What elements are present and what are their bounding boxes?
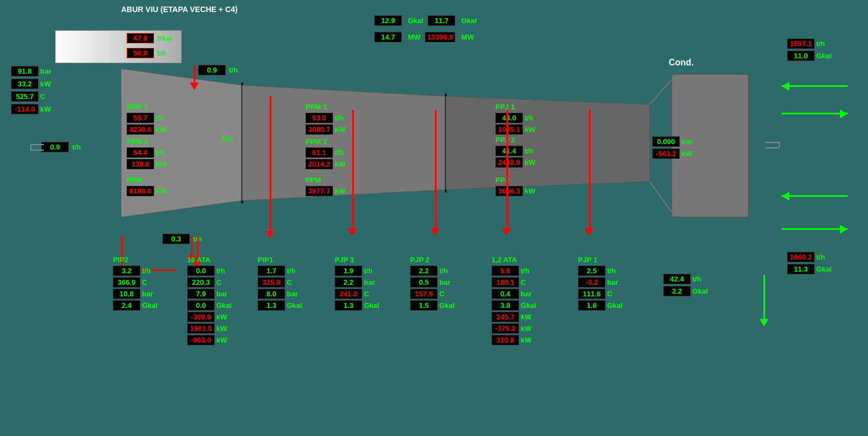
pip1-v1: 1.7 xyxy=(258,266,285,276)
svg-line-6 xyxy=(649,80,672,104)
pip2-v2: 366.9 xyxy=(113,277,140,288)
pjp1-v3: 111.6 xyxy=(578,289,605,299)
pip2-v1: 3.2 xyxy=(113,266,140,276)
ppj: PPJ 3656.3 kW xyxy=(495,175,536,197)
header-row2: 14.7 MW 13399.9 MW xyxy=(374,32,474,42)
pjp3-v2: 2.2 xyxy=(335,277,362,288)
un-label: Un xyxy=(222,134,232,144)
ata12-v5: 245.7 xyxy=(492,312,519,322)
ata12-v3: 0.4 xyxy=(492,289,519,299)
bottom-right-vals: 42.4 t/h 2.2 Gkal xyxy=(663,274,708,297)
cond-values: 0.090 bar -563.2 kW xyxy=(652,136,692,160)
pjp1-v1: 2.5 xyxy=(578,266,605,276)
ppj1: PPJ 1 44.0 t/h 1035.1 kW xyxy=(495,102,536,136)
right-arrow-in-bottom xyxy=(782,195,848,197)
pip1-v3: 8.0 xyxy=(258,289,285,299)
header-val3: 14.7 xyxy=(374,32,402,42)
extract-arrow3-head xyxy=(348,228,357,238)
pjp1-v4: 1.6 xyxy=(578,300,605,311)
extract-arrow5-head xyxy=(502,228,511,238)
pip2-v4: 2.4 xyxy=(113,300,140,311)
pjp3-v1: 1.9 xyxy=(335,266,362,276)
pip2-v3: 10.8 xyxy=(113,289,140,299)
ppm1-left-val2: 4230.6 xyxy=(127,124,154,135)
right-top-v1: 1697.1 xyxy=(787,38,815,49)
header-val1: 12.9 xyxy=(374,15,402,26)
ppm1-mid: PPM 1 53.0 t/h 3080.7 kW xyxy=(305,102,346,136)
bottom-flow-val: 0.3 xyxy=(162,234,190,244)
ppm2-left-val1: 54.4 xyxy=(127,147,154,158)
right-arrow-out-top xyxy=(782,113,848,114)
extract-arrow3-line xyxy=(352,110,354,231)
ata16-v2: 220.3 xyxy=(187,277,215,288)
kw1-val: 33.2 xyxy=(11,79,39,89)
ata16-v3: 7.9 xyxy=(187,289,215,299)
ppm-mid-val1: 3977.7 xyxy=(305,186,333,196)
ppm2-mid-val1: 61.1 xyxy=(305,147,333,158)
kw2-val: -114.0 xyxy=(11,104,39,114)
ppj2-val2: 2440.9 xyxy=(495,157,523,168)
extract-arrow5-line xyxy=(506,110,508,231)
ppm-left-val1: 6190.6 xyxy=(127,186,154,196)
inlet-left-row: 0.9 t/h xyxy=(41,142,81,152)
ppm2-left-val2: 139.8 xyxy=(127,159,154,169)
ppm-mid: PPM 3977.7 kW xyxy=(305,175,346,197)
right-bottom-vals: 1660.2 t/h 11.3 Gkal xyxy=(787,252,832,275)
bar-val: 91.8 xyxy=(11,66,39,76)
ata12-section: 1,2 ATA 5.6 t/h 180.1 C 0.4 bar 3.8 Gkal… xyxy=(492,255,536,346)
header-val4: 13399.9 xyxy=(425,32,455,42)
extract-arrow2-head xyxy=(265,231,274,241)
ppj1-val1: 44.0 xyxy=(495,113,523,123)
top-left-val1-row: 47.8 t/kal xyxy=(127,33,172,43)
ata16-v4: 0.0 xyxy=(187,300,215,311)
header-val2: 11.7 xyxy=(428,15,455,26)
extract-arrow4-head xyxy=(430,228,439,238)
pip1-v4: 1.3 xyxy=(258,300,285,311)
pjp3-v4: 1.3 xyxy=(335,300,362,311)
ata12-v2: 180.1 xyxy=(492,277,519,288)
ata16-v1: 0.0 xyxy=(187,266,215,276)
svg-line-7 xyxy=(649,181,672,212)
right-arrow-out-bottom xyxy=(782,228,848,230)
extract-arrow6-line xyxy=(589,110,591,231)
ppj-val1: 3656.3 xyxy=(495,186,523,196)
ata16-v7: -963.0 xyxy=(187,335,215,345)
br-v2: 2.2 xyxy=(663,286,691,296)
ppj2-val1: 41.4 xyxy=(495,146,523,156)
pjp2-section: PJP 2 2.2 t/h 0.5 bar 157.9 C 1.5 Gkal xyxy=(410,255,455,312)
right-top-vals: 1697.1 t/h 11.0 Gkal xyxy=(787,38,832,62)
pjp3-section: PJP 3 1.9 t/h 2.2 bar 241.0 C 1.3 Gkal xyxy=(335,255,379,312)
ata16-v5: -399.9 xyxy=(187,312,215,322)
pjp3-v3: 241.0 xyxy=(335,289,362,299)
cond-label: Cond. xyxy=(669,58,694,68)
right-bottom-v2: 11.3 xyxy=(787,264,815,274)
ata12-v4: 3.8 xyxy=(492,300,519,311)
ata12-v6: -375.2 xyxy=(492,323,519,334)
pjp1-v2: -0.2 xyxy=(578,277,605,288)
header-row1: 12.9 Gkal 11.7 Gkal xyxy=(374,15,477,26)
inlet-left-val: 0.9 xyxy=(41,142,69,152)
inlet-arrow-top xyxy=(190,66,199,90)
ppm1-left: PPM 1 55.7 t/h 4230.6 kW xyxy=(127,102,167,136)
pjp2-v1: 2.2 xyxy=(410,266,438,276)
title: ABUR VIU (ETAPA VECHE + C4) xyxy=(121,4,238,14)
extract-arrow4-line xyxy=(435,110,436,231)
extract-arrow6-head xyxy=(585,228,593,238)
ppj2: PPJ 2 41.4 t/h 2440.9 kW xyxy=(495,135,536,169)
topleft-val1: 47.8 xyxy=(127,33,154,43)
pip1-v2: 325.9 xyxy=(258,277,285,288)
right-down-arrow xyxy=(760,275,768,327)
extract-arrow2-line xyxy=(270,96,271,234)
ata12-v7: 310.8 xyxy=(492,335,519,345)
ppm-left: PPM 6190.6 kW xyxy=(127,175,167,197)
svg-marker-4 xyxy=(446,96,649,190)
ppm2-mid: PPM 2 61.1 t/h 2014.2 kW xyxy=(305,136,346,170)
pip1-section: PIP1 1.7 t/h 325.9 C 8.0 bar 1.3 Gkal xyxy=(258,255,302,312)
cond-bar-val: 0.090 xyxy=(652,136,680,147)
pjp2-v4: 1.5 xyxy=(410,300,438,311)
bottom-flow: 0.3 t/h xyxy=(162,234,202,244)
ppm2-mid-val2: 2014.2 xyxy=(305,159,333,169)
pjp2-v2: 0.5 xyxy=(410,277,438,288)
cond-kw-val: -563.2 xyxy=(652,148,680,159)
ata12-v1: 5.6 xyxy=(492,266,519,276)
